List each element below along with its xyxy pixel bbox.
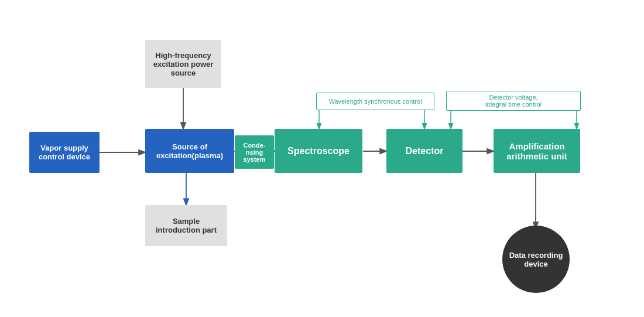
data-recording-box: Data recordingdevice [502,226,570,293]
wavelength-sync-label: Wavelength synchronous control [316,93,434,110]
hf-excitation-box: High-frequencyexcitation powersource [145,40,221,88]
excitation-source-box: Source ofexcitation(plasma) [145,129,234,173]
amplification-box: Amplificationarithmetic unit [494,129,580,173]
detector-voltage-label: Detector voltage,integral time control [446,91,581,111]
diagram-container: Vapor supplycontrol device High-frequenc… [0,0,644,317]
detector-box: Detector [386,129,463,173]
condensing-system-box: Conde-nsingsystem [235,135,274,169]
vapor-supply-box: Vapor supplycontrol device [29,132,100,173]
spectroscope-box: Spectroscope [275,129,362,173]
sample-intro-box: Sampleintroduction part [145,205,227,246]
